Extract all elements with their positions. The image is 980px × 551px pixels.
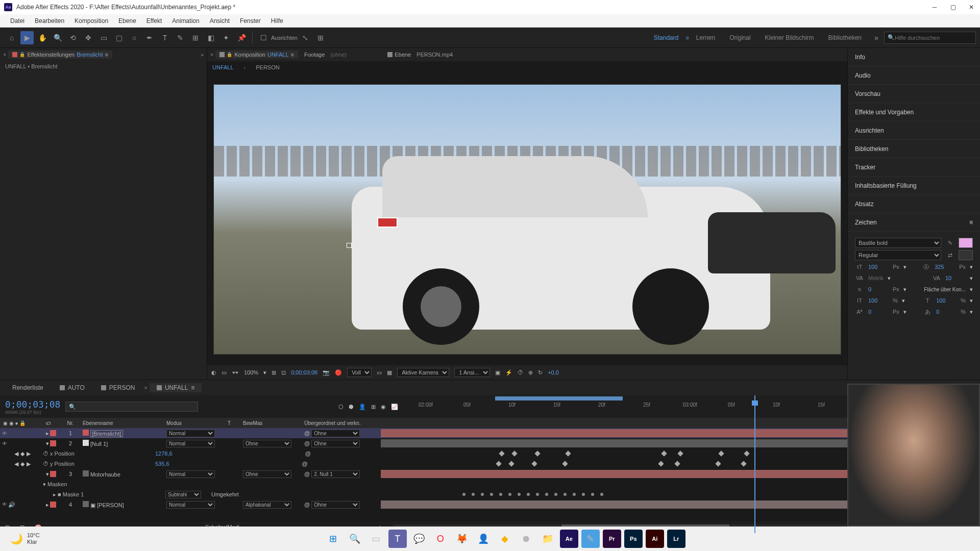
zoom-tool-icon[interactable]: 🔍 — [51, 31, 64, 44]
property-y-position[interactable]: ◀◆▶ ⏱ y Position 535,6 @ — [0, 459, 980, 469]
blend-mode-select[interactable]: Normal — [166, 430, 215, 437]
add-kf-icon[interactable]: ◆ — [20, 461, 24, 467]
layer-row-1[interactable]: 👁 ▸ 1 [Bremslicht] Normal @ Ohne — [0, 428, 980, 438]
current-timecode[interactable]: 0;00;03;08 — [5, 399, 60, 410]
help-search-input[interactable] — [895, 35, 972, 41]
workspace-original[interactable]: Original — [722, 34, 757, 41]
parent-pickwhip-icon[interactable]: @ — [304, 430, 310, 436]
kerning-value[interactable]: Metrik — [868, 275, 884, 281]
panel-effekte[interactable]: Effekte und Vorgaben — [848, 103, 980, 121]
vscale-value[interactable]: 100 — [868, 297, 889, 304]
parent-select[interactable]: Ohne — [311, 430, 360, 437]
keyframe[interactable] — [534, 450, 540, 456]
layer-row-4[interactable]: 👁🔊 ▸ 4 ▣ [PERSON] Normal Alphakanal @ Oh… — [0, 499, 980, 510]
keyframe[interactable] — [658, 461, 664, 466]
snap-checkbox[interactable]: ☐ — [257, 31, 270, 44]
keyframe[interactable] — [718, 450, 724, 456]
fill-color-swatch[interactable] — [959, 238, 973, 248]
workspace-overflow-icon[interactable]: » — [870, 31, 883, 44]
tab-renderliste[interactable]: Renderliste — [5, 383, 51, 392]
snapshot-icon[interactable]: 📷 — [323, 369, 330, 376]
ellipse-tool-icon[interactable]: ○ — [128, 31, 141, 44]
swap-colors-icon[interactable]: ⇄ — [945, 251, 954, 260]
layer-row-2[interactable]: 👁 ▾ 2 [Null 1] Normal Ohne @ Ohne — [0, 438, 980, 448]
keyframe[interactable] — [715, 461, 721, 466]
prev-kf-icon[interactable]: ◀ — [14, 461, 18, 467]
panel-vorschau[interactable]: Vorschau — [848, 85, 980, 103]
lightroom-icon[interactable]: Lr — [667, 530, 685, 548]
text-tool-icon[interactable]: T — [158, 31, 172, 44]
font-size-value[interactable]: 100 — [868, 264, 889, 270]
panel-menu-icon[interactable]: ≡ — [969, 219, 973, 226]
fast-preview-icon[interactable]: ⚡ — [505, 369, 512, 376]
hscale-value[interactable]: 100 — [936, 297, 957, 304]
visibility-toggle[interactable]: 👁 — [2, 431, 7, 436]
blend-mode-select[interactable]: Normal — [166, 501, 215, 509]
keyframe[interactable] — [481, 493, 484, 496]
app-icon[interactable]: 👤 — [474, 530, 493, 548]
grid-icon[interactable]: ⊞ — [272, 369, 276, 376]
keyframe[interactable] — [499, 450, 504, 456]
keyframe[interactable] — [508, 493, 511, 496]
orbit-tool-icon[interactable]: ⟲ — [66, 31, 80, 44]
composition-viewer[interactable] — [207, 73, 847, 365]
home-icon[interactable]: ⌂ — [5, 31, 18, 44]
menu-ansicht[interactable]: Ansicht — [205, 17, 235, 24]
panel-audio[interactable]: Audio — [848, 66, 980, 85]
snap-grid-icon[interactable]: ⊞ — [314, 31, 327, 44]
keyframe[interactable] — [508, 461, 514, 466]
zoom-value[interactable]: 100% — [244, 369, 258, 375]
exposure-value[interactable]: +0,0 — [548, 369, 559, 375]
layer-tab[interactable]: Ebene PERSON.mp4 — [383, 51, 457, 59]
whatsapp-icon[interactable]: 💬 — [410, 530, 428, 548]
keyframe[interactable] — [545, 493, 548, 496]
layer-name[interactable]: [PERSON] — [97, 502, 124, 508]
alpha-icon[interactable]: ◐ — [211, 369, 216, 376]
clone-tool-icon[interactable]: ⊞ — [189, 31, 202, 44]
menu-effekt[interactable]: Effekt — [141, 17, 167, 24]
keyframe[interactable] — [499, 493, 502, 496]
mask-1[interactable]: ▸ ■ Maske 1 Subtrahi Umgekehrt — [0, 489, 980, 499]
parent-select[interactable]: Ohne — [311, 501, 360, 509]
search-button[interactable]: 🔍 — [346, 530, 364, 548]
taskbar-weather[interactable]: 🌙 10°C Klar — [10, 532, 40, 545]
parent-pickwhip-icon[interactable]: @ — [302, 461, 308, 467]
draft3d-icon[interactable]: ⬢ — [349, 404, 354, 410]
keyframe[interactable] — [527, 493, 530, 496]
maximize-button[interactable]: ▢ — [948, 3, 958, 12]
after-effects-icon[interactable]: Ae — [560, 530, 578, 548]
audio-toggle[interactable]: 🔊 — [8, 502, 15, 508]
workspace-standard[interactable]: Standard — [647, 34, 686, 41]
illustrator-icon[interactable]: Ai — [646, 530, 664, 548]
layer-name[interactable]: [Bremslicht] — [90, 430, 122, 437]
keyframe[interactable] — [677, 450, 683, 456]
masks-group[interactable]: ▾ Masken — [0, 479, 980, 489]
composition-tab[interactable]: 🔒 Komposition UNFALL ≡ — [215, 51, 298, 59]
keyframe[interactable] — [661, 450, 667, 456]
snap-options-icon[interactable]: ⤡ — [299, 31, 312, 44]
timeline-search[interactable]: 🔍 — [65, 402, 198, 412]
brush-tool-icon[interactable]: ✎ — [174, 31, 187, 44]
parent-select[interactable]: 2. Null 1 — [311, 470, 360, 478]
keyframe[interactable] — [554, 493, 557, 496]
mask-mode-select[interactable]: Subtrahi — [165, 491, 201, 498]
mask-icon[interactable]: 👓 — [232, 369, 239, 376]
keyframe[interactable] — [462, 493, 465, 496]
layer-name[interactable]: [Null 1] — [90, 441, 108, 447]
eraser-tool-icon[interactable]: ◧ — [204, 31, 217, 44]
reset-exp-icon[interactable]: ↻ — [538, 369, 543, 376]
blend-mode-select[interactable]: Normal — [166, 470, 215, 478]
photoshop-icon[interactable]: Ps — [624, 530, 643, 548]
property-x-position[interactable]: ◀◆▶ ⏱ x Position 1278,6 @ — [0, 448, 980, 459]
teams-icon[interactable]: T — [388, 530, 407, 548]
channels-icon[interactable]: 🔴 — [335, 369, 342, 376]
menu-bearbeiten[interactable]: Bearbeiten — [30, 17, 69, 24]
tab-person[interactable]: PERSON — [94, 383, 142, 392]
panel-overflow-icon[interactable]: » — [201, 52, 204, 58]
workspace-kleiner[interactable]: Kleiner Bildschirm — [758, 34, 821, 41]
hand-tool-icon[interactable]: ✋ — [36, 31, 49, 44]
stroke-width-value[interactable]: 0 — [868, 286, 889, 292]
blend-mode-select[interactable]: Normal — [166, 440, 215, 447]
keyframe[interactable] — [472, 493, 475, 496]
workspace-biblio[interactable]: Bibliotheken — [821, 34, 869, 41]
